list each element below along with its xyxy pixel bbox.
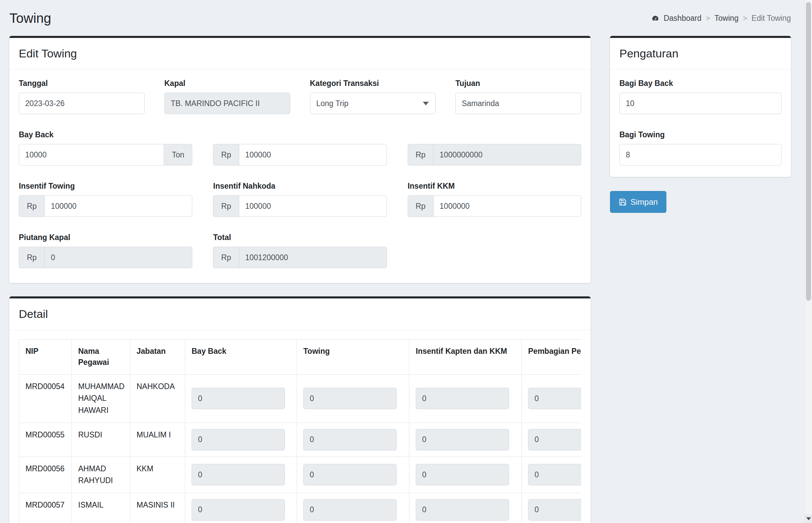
- breadcrumb-dashboard[interactable]: Dashboard: [664, 14, 702, 23]
- content-area: Towing Dashboard > Towing > Edit Towing …: [0, 0, 812, 523]
- header-insentif-kapten-kkm: Insentif Kapten dan KKM: [409, 340, 522, 375]
- header-nip: NIP: [19, 340, 72, 375]
- breadcrumb: Dashboard > Towing > Edit Towing: [651, 14, 791, 23]
- detail-card-title: Detail: [10, 299, 591, 330]
- field-bayback-total: Rp: [408, 130, 581, 165]
- kapal-input: [164, 93, 290, 114]
- insentif-kkm-label: Insentif KKM: [408, 182, 581, 191]
- pengaturan-card: Pengaturan Bagi Bay Back Bagi Towing: [610, 36, 791, 177]
- nip-cell: MRD00054: [19, 374, 72, 422]
- insentif-cell-input: [416, 429, 509, 450]
- currency-addon: Rp: [408, 195, 433, 217]
- currency-addon: Rp: [213, 195, 239, 217]
- bayback-harga-input[interactable]: [239, 144, 387, 165]
- nip-cell: MRD00057: [19, 493, 72, 523]
- jabatan-cell: MUALIM I: [130, 422, 185, 456]
- pembagian-cell-input: [528, 499, 581, 521]
- simpan-button-label: Simpan: [630, 197, 658, 207]
- detail-table: NIP Nama Pegawai Jabatan Bay Back Towing…: [19, 339, 581, 523]
- header-towing: Towing: [297, 340, 409, 375]
- jabatan-cell: KKM: [130, 456, 185, 493]
- nip-cell: MRD00055: [19, 422, 72, 456]
- nama-cell: RUSDI: [72, 422, 130, 456]
- save-icon: [619, 198, 627, 206]
- insentif-cell-input: [416, 388, 509, 409]
- bagi-bay-back-label: Bagi Bay Back: [620, 79, 781, 88]
- field-insentif-kkm: Insentif KKM Rp: [408, 182, 581, 217]
- field-bagi-bay-back: Bagi Bay Back: [620, 79, 781, 114]
- towing-cell-input: [303, 429, 396, 450]
- table-row: MRD00054 MUHAMMAD HAIQAL HAWARI NAHKODA: [19, 374, 582, 422]
- field-kapal: Kapal: [164, 79, 290, 114]
- edit-towing-card-title: Edit Towing: [10, 38, 591, 70]
- header-nama-pegawai: Nama Pegawai: [72, 340, 130, 375]
- insentif-cell-input: [416, 464, 509, 485]
- table-header-row: NIP Nama Pegawai Jabatan Bay Back Towing…: [19, 340, 582, 375]
- table-row: MRD00056 AHMAD RAHYUDI KKM: [19, 456, 582, 493]
- field-bayback-qty: Bay Back Ton: [19, 130, 192, 165]
- field-tujuan: Tujuan: [455, 79, 581, 114]
- insentif-towing-label: Insentif Towing: [19, 182, 192, 191]
- insentif-kkm-input[interactable]: [433, 195, 581, 217]
- field-kategori-transaksi: Kategori Transaksi Long Trip: [310, 79, 436, 114]
- bagi-bay-back-input[interactable]: [620, 93, 781, 114]
- bayback-cell-input: [191, 429, 285, 450]
- tanggal-input[interactable]: [19, 93, 145, 114]
- field-total: Total Rp: [213, 233, 387, 268]
- insentif-nahkoda-input[interactable]: [239, 195, 387, 217]
- scrollbar-thumb[interactable]: [806, 2, 811, 301]
- insentif-cell-input: [416, 499, 509, 521]
- bayback-cell-input: [191, 388, 285, 409]
- kategori-label: Kategori Transaksi: [310, 79, 436, 88]
- field-piutang-kapal: Piutang Kapal Rp: [19, 233, 192, 268]
- bayback-cell-input: [191, 499, 285, 521]
- kapal-label: Kapal: [164, 79, 290, 88]
- detail-card: Detail NIP Nama Pegawai: [10, 296, 591, 523]
- breadcrumb-towing[interactable]: Towing: [714, 14, 739, 23]
- pengaturan-card-title: Pengaturan: [610, 38, 791, 70]
- chevron-down-icon: [423, 102, 429, 105]
- breadcrumb-separator: >: [743, 14, 747, 23]
- bagi-towing-input[interactable]: [620, 144, 781, 165]
- towing-cell-input: [303, 464, 396, 485]
- table-row: MRD00055 RUSDI MUALIM I: [19, 422, 582, 456]
- jabatan-cell: MASINIS II: [130, 493, 185, 523]
- field-insentif-nahkoda: Insentif Nahkoda Rp: [213, 182, 387, 217]
- nip-cell: MRD00056: [19, 456, 72, 493]
- kategori-select[interactable]: Long Trip: [310, 93, 436, 114]
- vertical-scrollbar[interactable]: [805, 0, 812, 523]
- piutang-label: Piutang Kapal: [19, 233, 192, 242]
- field-insentif-towing: Insentif Towing Rp: [19, 182, 192, 217]
- currency-addon: Rp: [408, 144, 433, 165]
- dashboard-icon: [651, 15, 659, 22]
- bayback-qty-input[interactable]: [19, 144, 164, 165]
- total-label: Total: [213, 233, 387, 242]
- pembagian-cell-input: [528, 429, 581, 450]
- edit-towing-card: Edit Towing Tanggal Kapal Kategori Trans…: [10, 36, 591, 283]
- pembagian-cell-input: [528, 388, 581, 409]
- nama-cell: AHMAD RAHYUDI: [72, 456, 130, 493]
- header-bay-back: Bay Back: [185, 340, 297, 375]
- jabatan-cell: NAHKODA: [130, 374, 185, 422]
- simpan-button[interactable]: Simpan: [610, 191, 666, 213]
- table-row: MRD00057 ISMAIL MASINIS II: [19, 493, 582, 523]
- pembagian-cell-input: [528, 464, 581, 485]
- kategori-selected-value: Long Trip: [316, 99, 349, 108]
- insentif-towing-input[interactable]: [44, 195, 192, 217]
- currency-addon: Rp: [213, 247, 239, 268]
- tujuan-input[interactable]: [455, 93, 581, 114]
- bayback-cell-input: [191, 464, 285, 485]
- detail-table-wrapper: NIP Nama Pegawai Jabatan Bay Back Towing…: [19, 339, 581, 523]
- nama-cell: MUHAMMAD HAIQAL HAWARI: [72, 374, 130, 422]
- page-title: Towing: [10, 11, 51, 26]
- header-jabatan: Jabatan: [130, 340, 185, 375]
- arrow-down-icon: [806, 517, 811, 520]
- tujuan-label: Tujuan: [455, 79, 581, 88]
- bayback-unit-addon: Ton: [164, 144, 192, 165]
- bagi-towing-label: Bagi Towing: [620, 130, 781, 139]
- page-header: Towing Dashboard > Towing > Edit Towing: [10, 11, 791, 26]
- scrollbar-down-button[interactable]: [805, 514, 812, 523]
- currency-addon: Rp: [213, 144, 239, 165]
- field-tanggal: Tanggal: [19, 79, 145, 114]
- breadcrumb-separator: >: [706, 14, 710, 23]
